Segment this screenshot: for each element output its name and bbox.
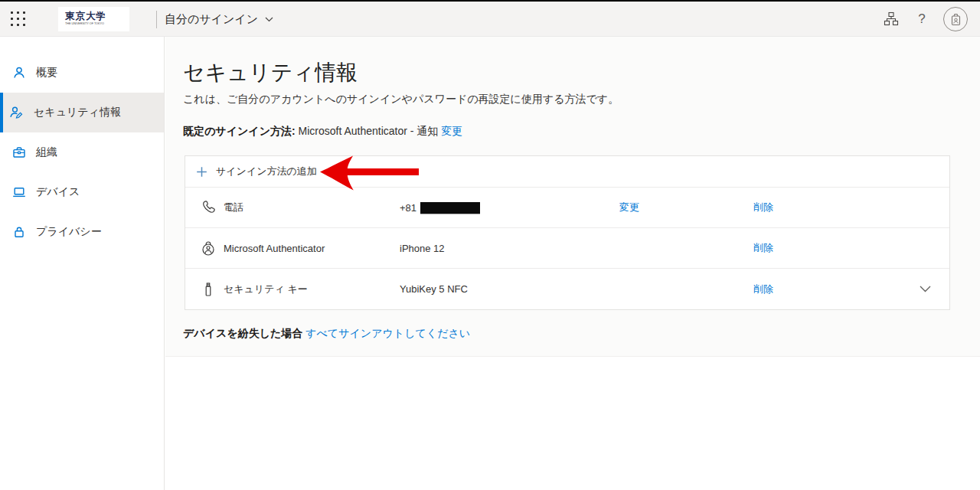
chevron-down-icon: [920, 286, 931, 292]
lost-device-line: デバイスを紛失した場合 すべてサインアウトしてください: [183, 327, 470, 341]
add-method-label: サインイン方法の追加: [216, 165, 317, 178]
page-heading: セキュリティ情報: [183, 58, 358, 87]
redacted-phone-number: [420, 202, 480, 214]
page-description: これは、ご自分のアカウントへのサインインやパスワードの再設定に使用する方法です。: [183, 93, 619, 106]
person-icon: [12, 66, 26, 80]
method-row-phone: 電話 +81 変更 削除: [185, 188, 949, 228]
default-method-label: 既定のサインイン方法:: [183, 125, 296, 137]
add-signin-method-button[interactable]: サインイン方法の追加: [185, 156, 949, 188]
usb-key-icon: [199, 281, 217, 298]
organization-chart-icon[interactable]: [876, 2, 906, 37]
method-value: YubiKey 5 NFC: [400, 283, 619, 295]
phone-prefix: +81: [400, 202, 416, 214]
sign-out-everywhere-link[interactable]: すべてサインアウトしてください: [305, 327, 470, 339]
laptop-icon: [12, 185, 26, 199]
change-phone-link[interactable]: 変更: [619, 201, 639, 213]
change-default-method-link[interactable]: 変更: [441, 125, 462, 137]
logo-title: 東京大学: [65, 11, 128, 21]
person-edit-icon: [9, 106, 24, 119]
header-divider: [156, 11, 157, 28]
sidebar-item-label: プライバシー: [36, 225, 102, 239]
sidebar-item-organization[interactable]: 組織: [0, 132, 164, 172]
id-badge-icon: [949, 13, 962, 26]
sidebar-item-label: 概要: [36, 66, 57, 80]
method-name: セキュリティ キー: [224, 283, 400, 296]
sidebar-item-devices[interactable]: デバイス: [0, 172, 164, 212]
phone-icon: [199, 199, 217, 216]
method-name: Microsoft Authenticator: [224, 243, 400, 254]
sidebar-nav: 概要 セキュリティ情報 組織 デバイス プライバシー: [0, 37, 165, 490]
method-value: iPhone 12: [400, 243, 619, 254]
sidebar-item-label: 組織: [36, 145, 57, 159]
method-row-authenticator: Microsoft Authenticator iPhone 12 削除: [185, 228, 949, 269]
sidebar-item-security-info[interactable]: セキュリティ情報: [0, 93, 164, 132]
delete-security-key-link[interactable]: 削除: [753, 283, 773, 295]
window-top-edge: [0, 0, 980, 2]
method-row-security-key: セキュリティ キー YubiKey 5 NFC 削除: [185, 269, 949, 309]
help-icon[interactable]: ?: [906, 2, 937, 37]
default-signin-method: 既定のサインイン方法: Microsoft Authenticator - 通知…: [183, 125, 462, 139]
university-of-tokyo-logo[interactable]: 東京大学 THE UNIVERSITY OF TOKYO: [58, 7, 129, 31]
default-method-value: Microsoft Authenticator - 通知: [296, 125, 442, 137]
sidebar-item-label: デバイス: [36, 185, 80, 199]
plus-icon: [196, 166, 207, 178]
lost-device-label: デバイスを紛失した場合: [183, 327, 302, 339]
authenticator-icon: [199, 240, 217, 256]
method-name: 電話: [224, 201, 400, 214]
method-value: +81: [400, 202, 619, 214]
sidebar-item-overview[interactable]: 概要: [0, 53, 164, 93]
expand-security-key-button[interactable]: [887, 286, 949, 292]
main-content: セキュリティ情報 これは、ご自分のアカウントへのサインインやパスワードの再設定に…: [165, 37, 980, 490]
app-title: 自分のサインイン: [165, 12, 258, 27]
top-bar: 東京大学 THE UNIVERSITY OF TOKYO 自分のサインイン ?: [0, 2, 980, 37]
sidebar-item-privacy[interactable]: プライバシー: [0, 212, 164, 252]
account-avatar[interactable]: [943, 7, 968, 31]
sidebar-item-label: セキュリティ情報: [34, 106, 121, 119]
briefcase-icon: [12, 145, 26, 159]
app-launcher-icon[interactable]: [9, 10, 28, 28]
lock-icon: [12, 225, 26, 239]
logo-subtitle: THE UNIVERSITY OF TOKYO: [65, 22, 104, 25]
chevron-down-icon: [265, 17, 273, 22]
delete-authenticator-link[interactable]: 削除: [753, 242, 773, 253]
delete-phone-link[interactable]: 削除: [753, 201, 773, 213]
app-title-dropdown[interactable]: 自分のサインイン: [165, 2, 273, 37]
signin-methods-table: サインイン方法の追加 電話 +81 変更 削除: [185, 155, 950, 310]
